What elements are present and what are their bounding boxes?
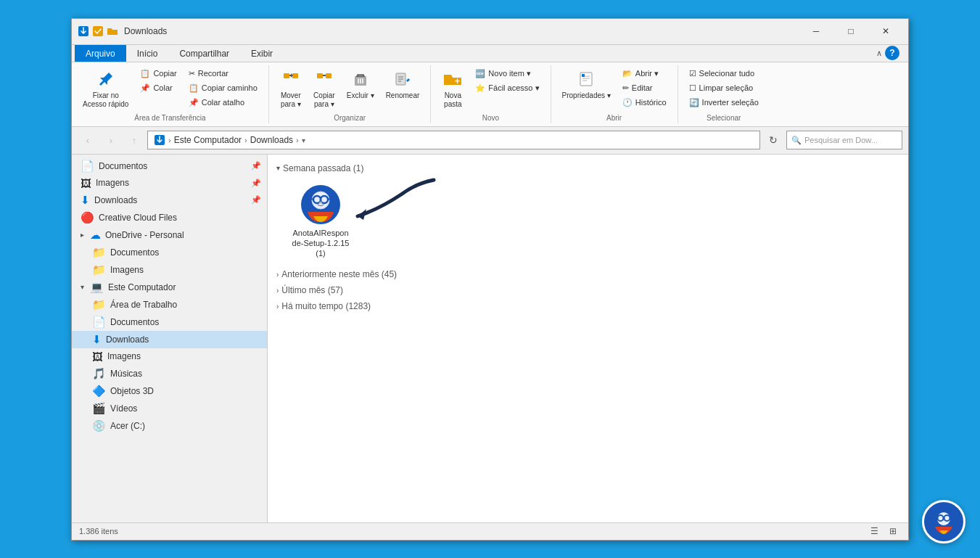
ribbon-btn-paste-shortcut[interactable]: 📌 Colar atalho (184, 96, 263, 110)
sidebar-label-creative-cloud: Creative Cloud Files (99, 213, 177, 223)
copy-path-label: Copiar caminho (202, 83, 258, 92)
ribbon-btn-paste[interactable]: 📌 Colar (135, 81, 181, 95)
ribbon-btn-new-item[interactable]: 🆕 Novo item ▾ (470, 67, 544, 81)
sidebar-item-documentos-pinned[interactable]: 📄 Documentos 📌 (72, 157, 267, 175)
images-icon: 🖼 (92, 350, 103, 363)
ribbon-btn-delete[interactable]: Excluir ▾ (342, 67, 379, 104)
tab-arquivo[interactable]: Arquivo (75, 45, 126, 62)
anota-app-icon (300, 184, 341, 225)
section-last-week[interactable]: ▾ Semana passada (1) (276, 160, 899, 176)
tab-inicio[interactable]: Início (126, 45, 169, 62)
ribbon-btn-clear-selection[interactable]: ☐ Limpar seleção (684, 81, 764, 95)
section-long-ago[interactable]: › Há muito tempo (1283) (276, 298, 899, 314)
ribbon-btn-easy-access[interactable]: ⭐ Fácil acesso ▾ (470, 81, 544, 95)
ribbon-btn-invert-selection[interactable]: 🔄 Inverter seleção (684, 96, 764, 110)
section-last-month[interactable]: › Último mês (57) (276, 282, 899, 298)
sidebar-item-images[interactable]: 🖼 Imagens (72, 348, 267, 365)
window-app-icon (78, 25, 89, 37)
sidebar-item-downloads-active[interactable]: ⬇ Downloads (72, 331, 267, 348)
sidebar-item-creative-cloud[interactable]: 🔴 Creative Cloud Files (72, 209, 267, 226)
svg-rect-3 (292, 73, 298, 78)
ribbon-btn-copy[interactable]: 📋 Copiar (135, 67, 181, 81)
section-chevron-down: ▾ (276, 164, 280, 172)
tab-compartilhar[interactable]: Compartilhar (168, 45, 240, 62)
sidebar-item-desktop[interactable]: 📁 Área de Trabalho (72, 296, 267, 313)
address-path[interactable]: › Este Computador › Downloads › ▾ (147, 131, 760, 149)
refresh-button[interactable]: ↻ (763, 131, 783, 149)
ribbon-btn-open[interactable]: 📂 Abrir ▾ (617, 67, 672, 81)
sidebar-item-docs[interactable]: 📄 Documentos (72, 313, 267, 331)
sidebar-label-music: Músicas (110, 369, 142, 379)
new-folder-label: Novapasta (444, 91, 461, 109)
view-details-button[interactable]: ☰ (866, 525, 882, 538)
ribbon-btn-history[interactable]: 🕐 Histórico (617, 96, 672, 110)
section-chevron-right-3: › (276, 303, 279, 311)
sidebar-label-this-pc: Este Computador (108, 282, 176, 292)
path-sep-3: › (296, 136, 299, 144)
forward-button[interactable]: › (101, 131, 121, 149)
window-folder-icon (107, 25, 118, 37)
path-expand-icon[interactable]: ▾ (302, 136, 305, 144)
new-item-label: Novo item ▾ (488, 69, 531, 78)
ribbon-select-items: ☑ Selecionar tudo ☐ Limpar seleção 🔄 Inv… (684, 67, 764, 112)
close-button[interactable]: ✕ (869, 21, 902, 41)
sidebar-label-desktop: Área de Trabalho (110, 300, 177, 310)
back-button[interactable]: ‹ (78, 131, 98, 149)
ribbon-btn-cut[interactable]: ✂ Recortar (184, 67, 263, 81)
svg-rect-4 (317, 73, 323, 78)
up-button[interactable]: ↑ (124, 131, 144, 149)
sidebar-item-onedrive-images[interactable]: 📁 Imagens (72, 261, 267, 279)
properties-icon (577, 70, 595, 90)
mascot-widget[interactable] (922, 500, 965, 543)
sidebar-item-videos[interactable]: 🎬 Vídeos (72, 400, 267, 417)
clear-selection-icon: ☐ (689, 83, 696, 93)
file-icon-anota (300, 184, 341, 225)
ribbon-btn-copy-path[interactable]: 📋 Copiar caminho (184, 81, 263, 95)
view-tiles-button[interactable]: ⊞ (885, 525, 901, 538)
ribbon-btn-edit[interactable]: ✏ Editar (617, 81, 672, 95)
sidebar-item-3d[interactable]: 🔷 Objetos 3D (72, 382, 267, 400)
copy-to-icon (316, 70, 333, 90)
ribbon-btn-move-to[interactable]: Moverpara ▾ (275, 67, 307, 112)
window-check-icon (92, 25, 104, 37)
help-icon[interactable]: ? (885, 46, 899, 60)
section-this-month[interactable]: › Anteriormente neste mês (45) (276, 266, 899, 282)
ribbon-btn-new-folder[interactable]: + Novapasta (437, 67, 469, 112)
ribbon-collapse-icon[interactable]: ∧ (876, 49, 882, 58)
maximize-button[interactable]: □ (834, 21, 868, 41)
ribbon-open-items: Propriedades ▾ 📂 Abrir ▾ ✏ Editar 🕐 (557, 67, 672, 112)
sidebar-item-imagens-pinned[interactable]: 🖼 Imagens 📌 (72, 175, 267, 192)
ribbon-col-select: ☑ Selecionar tudo ☐ Limpar seleção 🔄 Inv… (684, 67, 764, 110)
ribbon-btn-copy-to[interactable]: Copiarpara ▾ (308, 67, 340, 112)
minimize-button[interactable]: ─ (799, 21, 833, 41)
select-all-label: Selecionar tudo (699, 69, 754, 78)
ribbon-btn-select-all[interactable]: ☑ Selecionar tudo (684, 67, 764, 81)
ribbon-col-new-item: 🆕 Novo item ▾ ⭐ Fácil acesso ▾ (470, 67, 544, 95)
file-item-anota[interactable]: AnotaAIRespon de-Setup-1.2.15 (1) (288, 179, 353, 264)
sidebar-item-music[interactable]: 🎵 Músicas (72, 365, 267, 382)
sidebar-item-onedrive-docs[interactable]: 📁 Documentos (72, 244, 267, 261)
this-pc-expand-icon: ▾ (81, 283, 84, 291)
status-bar: 1.386 itens ☰ ⊞ (72, 522, 908, 540)
sidebar-label-images: Imagens (107, 351, 141, 361)
cut-icon: ✂ (189, 69, 195, 78)
sidebar-item-downloads-pinned[interactable]: ⬇ Downloads 📌 (72, 192, 267, 209)
path-sep-2: › (244, 136, 247, 144)
ribbon-group-clipboard: Fixar noAcesso rápido 📋 Copiar 📌 Colar (72, 65, 269, 123)
search-box[interactable]: 🔍 Pesquisar em Dow... (786, 131, 902, 149)
new-group-label: Novo (482, 114, 499, 122)
copy-label: Copiar (153, 69, 176, 78)
sidebar-item-this-pc[interactable]: ▾ 💻 Este Computador (72, 279, 267, 296)
svg-text:+: + (455, 76, 460, 86)
move-to-icon (282, 70, 300, 90)
ribbon-btn-properties[interactable]: Propriedades ▾ (557, 67, 616, 104)
tab-exibir[interactable]: Exibir (240, 45, 284, 62)
path-this-pc: Este Computador (174, 135, 242, 145)
sidebar-item-onedrive[interactable]: ▸ ☁ OneDrive - Personal (72, 226, 267, 244)
sidebar-label-3d: Objetos 3D (110, 386, 154, 396)
ribbon-btn-rename[interactable]: Renomear (381, 67, 425, 104)
organize-group-label: Organizar (334, 114, 366, 122)
ribbon-btn-pin[interactable]: Fixar noAcesso rápido (78, 67, 133, 112)
sidebar-item-acer[interactable]: 💿 Acer (C:) (72, 417, 267, 435)
sidebar-label-documentos-pinned: Documentos (99, 161, 147, 171)
